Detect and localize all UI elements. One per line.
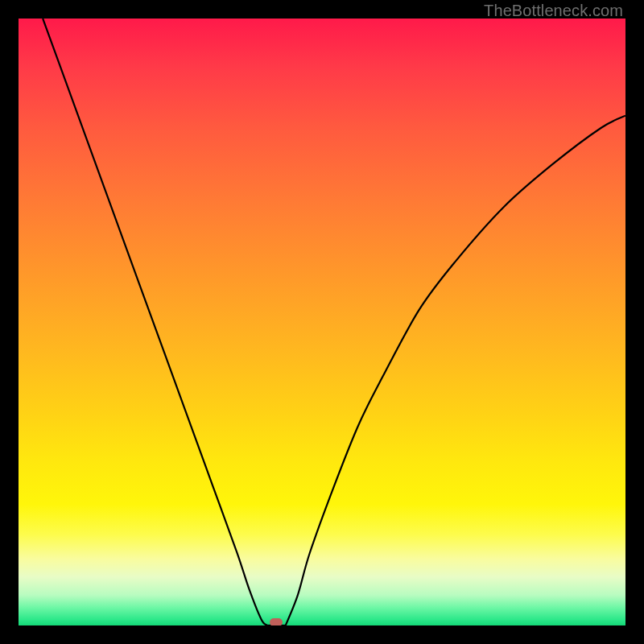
optimum-marker xyxy=(270,618,283,626)
curve-left-branch xyxy=(43,19,267,625)
curve-right-branch xyxy=(286,116,625,625)
watermark-text: TheBottleneck.com xyxy=(484,2,623,20)
bottleneck-curve-plot xyxy=(19,19,625,625)
